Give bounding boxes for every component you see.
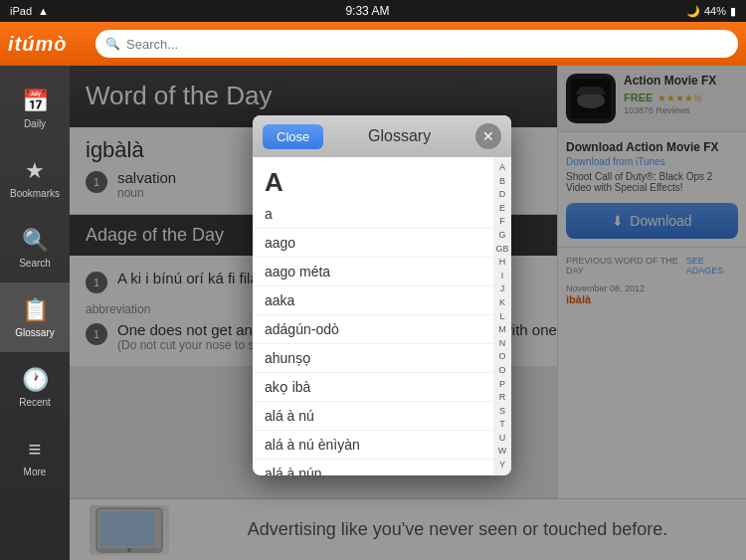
alpha-e[interactable]: E bbox=[499, 202, 505, 215]
list-item[interactable]: aago bbox=[253, 229, 493, 258]
alpha-m[interactable]: M bbox=[498, 323, 506, 336]
sidebar-label-daily: Daily bbox=[24, 118, 46, 129]
app-logo: itúmò bbox=[8, 33, 88, 56]
alpha-a[interactable]: A bbox=[499, 161, 505, 174]
glossary-modal: Close Glossary ✕ A a aago aago méta aaka… bbox=[253, 115, 511, 475]
top-nav: itúmò 🔍 bbox=[0, 22, 746, 66]
calendar-icon: 📅 bbox=[22, 89, 49, 114]
sidebar-label-bookmarks: Bookmarks bbox=[10, 188, 60, 199]
alpha-p[interactable]: P bbox=[499, 378, 505, 391]
alpha-d[interactable]: D bbox=[499, 188, 506, 201]
glossary-title: Glossary bbox=[323, 127, 475, 145]
glossary-alpha-index: A B D E F G GB H I J K L M N O O P bbox=[493, 157, 511, 475]
list-item[interactable]: a bbox=[253, 200, 493, 229]
sidebar-label-glossary: Glossary bbox=[15, 327, 54, 338]
list-item[interactable]: akọ ibà bbox=[253, 373, 493, 402]
alpha-l[interactable]: L bbox=[499, 310, 504, 323]
alpha-o[interactable]: O bbox=[498, 350, 505, 363]
list-item[interactable]: aaka bbox=[253, 286, 493, 315]
clock-icon: 🕐 bbox=[22, 367, 49, 393]
sidebar-item-recent[interactable]: 🕐 Recent bbox=[0, 352, 70, 422]
alpha-h[interactable]: H bbox=[499, 256, 506, 269]
list-item[interactable]: aago méta bbox=[253, 258, 493, 286]
search-input[interactable] bbox=[126, 37, 728, 52]
alpha-g[interactable]: G bbox=[498, 229, 505, 242]
glossary-section-letter: A bbox=[253, 163, 493, 200]
list-item[interactable]: ahunṣọ bbox=[253, 344, 493, 373]
status-right: 🌙 44% ▮ bbox=[686, 5, 736, 18]
list-icon: 📋 bbox=[22, 297, 49, 323]
glossary-x-button[interactable]: ✕ bbox=[475, 123, 501, 149]
glossary-header: Close Glossary ✕ bbox=[253, 115, 511, 157]
sidebar-item-more[interactable]: ≡ More bbox=[0, 422, 70, 491]
alpha-i[interactable]: I bbox=[501, 270, 504, 282]
alpha-y[interactable]: Y bbox=[499, 459, 505, 471]
sidebar-item-glossary[interactable]: 📋 Glossary bbox=[0, 282, 70, 352]
main-area: 📅 Daily ★ Bookmarks 🔍 Search 📋 Glossary … bbox=[0, 66, 746, 560]
sidebar-label-more: More bbox=[24, 467, 47, 477]
alpha-w[interactable]: W bbox=[498, 445, 507, 458]
sidebar-item-daily[interactable]: 📅 Daily bbox=[0, 74, 70, 143]
status-left: iPad ▲ bbox=[10, 5, 49, 17]
sidebar-label-recent: Recent bbox=[19, 397, 51, 408]
ipad-label: iPad bbox=[10, 5, 32, 17]
alpha-gb[interactable]: GB bbox=[495, 243, 508, 256]
alpha-j[interactable]: J bbox=[500, 282, 505, 295]
alpha-f[interactable]: F bbox=[499, 215, 505, 228]
glossary-list[interactable]: A a aago aago méta aaka adágún-odò ahunṣ… bbox=[253, 157, 493, 475]
status-time: 9:33 AM bbox=[345, 4, 389, 18]
battery-percent: 44% bbox=[704, 5, 726, 17]
alpha-u[interactable]: U bbox=[499, 432, 506, 445]
alpha-k[interactable]: K bbox=[499, 296, 505, 309]
list-item[interactable]: adágún-odò bbox=[253, 315, 493, 344]
status-bar: iPad ▲ 9:33 AM 🌙 44% ▮ bbox=[0, 0, 746, 22]
magnify-icon: 🔍 bbox=[22, 228, 49, 254]
glossary-close-button[interactable]: Close bbox=[263, 124, 323, 149]
star-icon: ★ bbox=[25, 158, 45, 184]
sidebar-item-bookmarks[interactable]: ★ Bookmarks bbox=[0, 143, 70, 213]
search-bar[interactable]: 🔍 bbox=[95, 30, 738, 58]
list-item[interactable]: alá à nú ènìyàn bbox=[253, 431, 493, 460]
hamburger-icon: ≡ bbox=[29, 437, 42, 463]
alpha-s[interactable]: S bbox=[499, 405, 505, 418]
moon-icon: 🌙 bbox=[686, 5, 700, 18]
alpha-t[interactable]: T bbox=[499, 418, 505, 431]
wifi-icon: ▲ bbox=[38, 5, 49, 17]
glossary-body: A a aago aago méta aaka adágún-odò ahunṣ… bbox=[253, 157, 511, 475]
sidebar-label-search: Search bbox=[19, 258, 51, 269]
alpha-o2[interactable]: O bbox=[498, 364, 505, 377]
sidebar-item-search[interactable]: 🔍 Search bbox=[0, 213, 70, 282]
list-item[interactable]: alá à nún bbox=[253, 460, 493, 475]
alpha-n[interactable]: N bbox=[499, 337, 506, 350]
search-icon: 🔍 bbox=[105, 37, 120, 51]
battery-icon: ▮ bbox=[730, 5, 736, 18]
page-content: Word of the Day ★ ↗ Nov 08 2012 igbàlà 1… bbox=[70, 66, 746, 560]
sidebar: 📅 Daily ★ Bookmarks 🔍 Search 📋 Glossary … bbox=[0, 66, 70, 560]
alpha-b[interactable]: B bbox=[499, 175, 505, 188]
alpha-r[interactable]: R bbox=[499, 391, 506, 404]
list-item[interactable]: alá à nú bbox=[253, 402, 493, 431]
